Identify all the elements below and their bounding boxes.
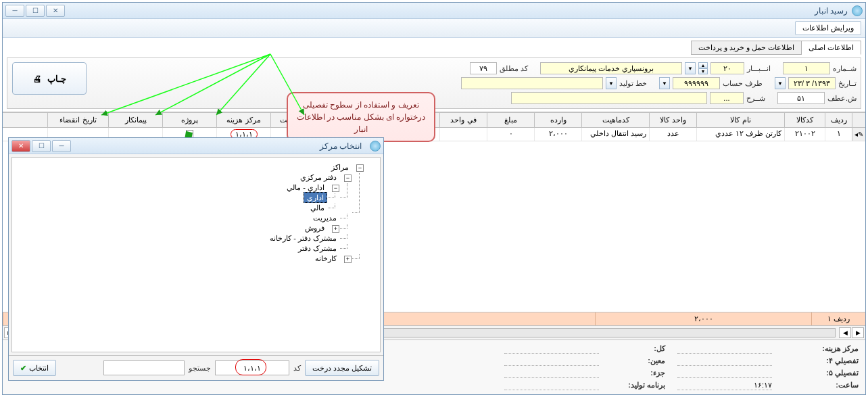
dialog-window-controls: ✕ ☐ ─	[11, 140, 71, 152]
tree-central-office[interactable]: دفتر مرکزي	[297, 172, 339, 182]
cell-unit: عدد	[649, 128, 696, 141]
tree-fin[interactable]: مالي	[308, 203, 327, 212]
dialog-title: انتخاب مرکز	[71, 141, 366, 151]
minimize-button[interactable]: ─	[5, 5, 24, 17]
row-selector[interactable]: ✎◂	[852, 128, 865, 141]
dialog-code-input[interactable]	[215, 360, 289, 375]
cell-price[interactable]: ۰	[487, 128, 534, 141]
dialog-minimize-button[interactable]: ─	[52, 140, 71, 152]
select-label: انتخاب	[29, 364, 49, 373]
col-name[interactable]: نام کالا	[696, 113, 784, 127]
account-label: طرف حساب	[723, 79, 763, 88]
check-icon: ✔	[20, 364, 26, 373]
dialog-app-icon	[370, 141, 381, 151]
warehouse-input[interactable]	[710, 62, 744, 74]
number-label: شــماره	[833, 64, 857, 73]
tree-toggle-factory[interactable]: +	[344, 256, 352, 263]
dialog-footer: تشکیل مجدد درخت کد جستجو انتخاب ✔	[9, 355, 383, 380]
info-t5-value	[677, 369, 772, 378]
scroll-left[interactable]: ◀	[839, 327, 851, 338]
date-picker-button[interactable]: ▼	[775, 77, 786, 89]
dialog-code-label: کد	[293, 364, 301, 373]
info-t4-label: تفصیلي ۴:	[784, 356, 859, 366]
grid-corner	[852, 113, 865, 127]
abscode-input[interactable]	[470, 62, 497, 74]
info-joz-label: جزء:	[611, 369, 665, 378]
summary-value: ۲،۰۰۰	[595, 312, 811, 325]
info-cost-label: مرکز هزینه:	[784, 344, 859, 354]
tree-toggle-root[interactable]: −	[356, 164, 364, 172]
tab-transport-info[interactable]: اطلاعات حمل و خرید و پرداخت	[691, 41, 802, 55]
tab-main-info[interactable]: اطلاعات اصلی	[801, 41, 861, 55]
tree-shared1[interactable]: مشترک دفتر - کارخانه	[267, 233, 339, 243]
center-tree[interactable]: − مراکز − دفتر مرکزي − اداري - مالي ادار…	[11, 157, 381, 352]
warehouse-stepper[interactable]: ▲ ▼	[698, 62, 708, 74]
main-title: رسید انبار	[65, 6, 848, 16]
info-time-label: ساعت:	[784, 381, 859, 390]
prodline-input[interactable]	[461, 77, 603, 89]
summary-rowlabel: ردیف ۱	[811, 312, 865, 325]
info-prog-label: برنامه تولید:	[611, 381, 665, 390]
info-kol-label: کل:	[611, 344, 665, 354]
info-joz-value	[504, 369, 599, 378]
cell-name: کارتن ظرف ۱۲ عددي	[696, 128, 784, 141]
col-contractor[interactable]: پیمانکار	[108, 113, 162, 127]
info-kol-value	[504, 344, 599, 354]
tree-factory[interactable]: کارخانه	[312, 254, 339, 263]
print-button[interactable]: چـاپ 🖨	[12, 62, 87, 95]
ataf-input[interactable]	[777, 92, 825, 104]
account-dropdown[interactable]: ▼	[659, 77, 670, 89]
dialog-close-button[interactable]: ✕	[11, 140, 30, 152]
col-code[interactable]: کدکالا	[784, 113, 825, 127]
maximize-button[interactable]: ☐	[26, 5, 45, 17]
main-toolbar: ویرایش اطلاعات	[3, 19, 865, 38]
main-window-controls: ─ ☐ ✕	[5, 5, 65, 17]
tree-mgmt[interactable]: مدیریت	[310, 213, 339, 223]
abscode-label: کد مطلق	[500, 64, 528, 73]
edit-info-tab[interactable]: ویرایش اطلاعات	[795, 21, 861, 35]
rebuild-tree-button[interactable]: تشکیل مجدد درخت	[305, 360, 379, 376]
dialog-maximize-button[interactable]: ☐	[32, 140, 51, 152]
cell-unitprice[interactable]	[439, 128, 487, 141]
tree-shared2[interactable]: مشترک دفتر	[295, 243, 339, 253]
info-cost-value	[677, 344, 772, 354]
select-button[interactable]: انتخاب ✔	[13, 360, 56, 376]
col-price[interactable]: مبلغ	[487, 113, 534, 127]
date-input[interactable]	[788, 77, 836, 89]
tree-toggle-central[interactable]: −	[344, 174, 352, 182]
col-expire[interactable]: تاریخ انقضاء	[47, 113, 108, 127]
col-row[interactable]: ردیف	[825, 113, 852, 127]
account-input[interactable]	[673, 77, 720, 89]
cell-code[interactable]: ۲۱۰۰۲	[784, 128, 825, 141]
tree-toggle-sales[interactable]: +	[332, 225, 339, 233]
col-in[interactable]: وارده	[534, 113, 581, 127]
tree-toggle-adminfin[interactable]: −	[332, 185, 339, 192]
col-cost[interactable]: مرکز هزینه	[216, 113, 270, 127]
scroll-right[interactable]: ▶	[852, 327, 864, 338]
info-t4-value	[677, 356, 772, 366]
desc-code-input[interactable]	[710, 92, 744, 104]
info-prog-value	[504, 381, 599, 390]
print-label: چـاپ	[47, 74, 66, 84]
col-unitprice[interactable]: في واحد	[439, 113, 487, 127]
stepper-down-icon[interactable]: ▼	[698, 68, 708, 74]
tree-root-label[interactable]: مراکز	[329, 162, 352, 172]
tree-admin-fin[interactable]: اداري - مالي	[284, 183, 327, 192]
prodline-dropdown[interactable]: ▼	[606, 77, 617, 89]
warehouse-dropdown[interactable]: ▼	[685, 62, 696, 74]
cell-in[interactable]: ۲،۰۰۰	[534, 128, 581, 141]
main-titlebar: رسید انبار ─ ☐ ✕	[3, 3, 865, 19]
stepper-up-icon[interactable]: ▲	[698, 62, 708, 68]
close-button[interactable]: ✕	[46, 5, 65, 17]
vendor-input[interactable]	[540, 62, 682, 74]
number-input[interactable]	[783, 62, 830, 74]
col-project[interactable]: پروژه	[162, 113, 216, 127]
col-unit[interactable]: واحد کالا	[649, 113, 696, 127]
tree-admin[interactable]: اداري	[304, 192, 327, 203]
prodline-label: خط تولید	[619, 79, 647, 88]
col-nature[interactable]: کدماهیت	[581, 113, 649, 127]
tree-sales[interactable]: فروش	[302, 223, 327, 233]
dialog-search-input[interactable]	[103, 360, 185, 375]
desc-text-input[interactable]	[511, 92, 707, 104]
info-time-value: ۱۶:۱۷	[677, 381, 772, 390]
